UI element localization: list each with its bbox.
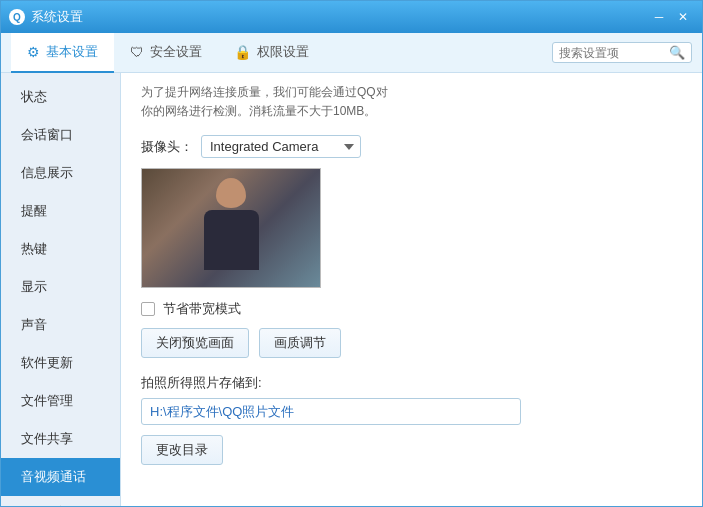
tab-basic[interactable]: ⚙ 基本设置 (11, 33, 114, 73)
save-path-input[interactable] (141, 398, 521, 425)
sidebar-item-hotkey[interactable]: 热键 (1, 230, 120, 268)
tab-permission[interactable]: 🔒 权限设置 (218, 33, 325, 73)
sidebar-item-show[interactable]: 显示 (1, 268, 120, 306)
titlebar: Q 系统设置 ─ ✕ (1, 1, 702, 33)
tab-security-label: 安全设置 (150, 43, 202, 61)
change-dir-button[interactable]: 更改目录 (141, 435, 223, 465)
person-silhouette (196, 178, 266, 278)
app-icon: Q (9, 9, 25, 25)
window-title: 系统设置 (31, 8, 648, 26)
dir-btn-row: 更改目录 (141, 435, 682, 465)
tab-permission-label: 权限设置 (257, 43, 309, 61)
sidebar-item-filemanage[interactable]: 文件管理 (1, 382, 120, 420)
save-path-label: 拍照所得照片存储到: (141, 374, 682, 392)
search-icon: 🔍 (669, 45, 685, 60)
sidebar-item-reminder[interactable]: 提醒 (1, 192, 120, 230)
scroll-up-button[interactable]: ▲ (51, 500, 71, 506)
sidebar-item-status[interactable]: 状态 (1, 78, 120, 116)
search-box[interactable]: 🔍 (552, 42, 692, 63)
gear-icon: ⚙ (27, 44, 40, 60)
sidebar-item-session[interactable]: 会话窗口 (1, 116, 120, 154)
person-head (216, 178, 246, 208)
quality-button[interactable]: 画质调节 (259, 328, 341, 358)
camera-preview-inner (142, 169, 320, 287)
sidebar-item-sound[interactable]: 声音 (1, 306, 120, 344)
nav-arrows: ▲ ▼ (1, 496, 120, 506)
camera-label: 摄像头： (141, 138, 193, 156)
sidebar: 状态 会话窗口 信息展示 提醒 热键 显示 声音 软件更新 (1, 73, 121, 506)
camera-preview (141, 168, 321, 288)
sidebar-item-avcomm[interactable]: 音视频通话 (1, 458, 120, 496)
tab-security[interactable]: 🛡 安全设置 (114, 33, 218, 73)
person-body (204, 210, 259, 270)
main-layout: 状态 会话窗口 信息展示 提醒 热键 显示 声音 软件更新 (1, 73, 702, 506)
tabbar: ⚙ 基本设置 🛡 安全设置 🔒 权限设置 🔍 (1, 33, 702, 73)
shield-icon: 🛡 (130, 44, 144, 60)
lock-icon: 🔒 (234, 44, 251, 60)
sidebar-item-display[interactable]: 信息展示 (1, 154, 120, 192)
tab-basic-label: 基本设置 (46, 43, 98, 61)
search-input[interactable] (559, 46, 669, 60)
notice-text: 为了提升网络连接质量，我们可能会通过QQ对你的网络进行检测。消耗流量不大于10M… (141, 83, 682, 121)
bandwidth-label: 节省带宽模式 (163, 300, 241, 318)
camera-select[interactable]: Integrated Camera (201, 135, 361, 158)
sidebar-item-fileshare[interactable]: 文件共享 (1, 420, 120, 458)
bandwidth-checkbox[interactable] (141, 302, 155, 316)
main-window: Q 系统设置 ─ ✕ ⚙ 基本设置 🛡 安全设置 🔒 权限设置 🔍 (0, 0, 703, 507)
camera-row: 摄像头： Integrated Camera (141, 135, 682, 158)
preview-btn-row: 关闭预览画面 画质调节 (141, 328, 682, 358)
window-controls: ─ ✕ (648, 7, 694, 27)
bandwidth-row: 节省带宽模式 (141, 300, 682, 318)
minimize-button[interactable]: ─ (648, 7, 670, 27)
close-button[interactable]: ✕ (672, 7, 694, 27)
sidebar-item-update[interactable]: 软件更新 (1, 344, 120, 382)
content-area: 为了提升网络连接质量，我们可能会通过QQ对你的网络进行检测。消耗流量不大于10M… (121, 73, 702, 506)
close-preview-button[interactable]: 关闭预览画面 (141, 328, 249, 358)
